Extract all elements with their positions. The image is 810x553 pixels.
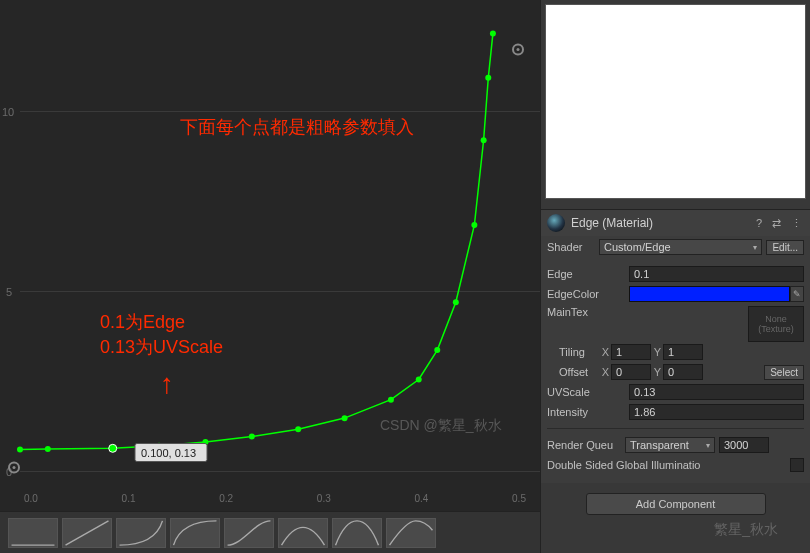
edge-input[interactable] <box>629 266 804 282</box>
x-axis: 0.0 0.1 0.2 0.3 0.4 0.5 <box>0 493 540 511</box>
tiling-x-input[interactable] <box>611 344 651 360</box>
renderqueue-label: Render Queu <box>547 439 625 451</box>
point-tooltip: 0.100, 0.13 <box>135 444 207 462</box>
edit-shader-button[interactable]: Edit... <box>766 240 804 255</box>
curve-keyframe[interactable] <box>434 347 440 353</box>
curve-keyframe[interactable] <box>17 446 23 452</box>
curve-keyframe[interactable] <box>109 444 117 452</box>
offset-x-input[interactable] <box>611 364 651 380</box>
help-icon[interactable]: ? <box>754 217 764 229</box>
curve-keyframe[interactable] <box>416 377 422 383</box>
edgecolor-swatch[interactable] <box>629 286 790 302</box>
curve-keyframe[interactable] <box>485 75 491 81</box>
color-picker-icon[interactable]: ✎ <box>790 286 804 302</box>
x-tick: 0.3 <box>317 493 331 511</box>
curve-editor-panel: 0 5 10 0.100, 0.13 下面每个点都是粗略参数填入 0.1为Edg… <box>0 0 540 553</box>
x-tick: 0.0 <box>24 493 38 511</box>
shader-dropdown[interactable]: Custom/Edge <box>599 239 762 255</box>
curve-keyframe[interactable] <box>453 299 459 305</box>
curve-preset[interactable] <box>332 518 382 548</box>
add-component-button[interactable]: Add Component <box>586 493 766 515</box>
maintex-label: MainTex <box>547 306 629 318</box>
tiling-y-input[interactable] <box>663 344 703 360</box>
select-texture-button[interactable]: Select <box>764 365 804 380</box>
offset-y-input[interactable] <box>663 364 703 380</box>
curve-preset[interactable] <box>62 518 112 548</box>
curve-preset[interactable] <box>170 518 220 548</box>
dsgi-label: Double Sided Global Illuminatio <box>547 459 790 471</box>
material-component: Edge (Material) ? ⇄ ⋮ Shader Custom/Edge… <box>541 209 810 483</box>
curve-preset[interactable] <box>8 518 58 548</box>
dsgi-checkbox[interactable] <box>790 458 804 472</box>
renderqueue-dropdown[interactable]: Transparent <box>625 437 715 453</box>
curve-keyframe[interactable] <box>471 222 477 228</box>
edge-label: Edge <box>547 268 629 280</box>
curve-svg: 0 5 10 0.100, 0.13 <box>0 0 540 493</box>
inspector-panel: Edge (Material) ? ⇄ ⋮ Shader Custom/Edge… <box>540 0 810 553</box>
x-tick: 0.5 <box>512 493 526 511</box>
curve-preset[interactable] <box>116 518 166 548</box>
shader-label: Shader <box>547 241 595 253</box>
x-tick: 0.1 <box>122 493 136 511</box>
material-icon <box>547 214 565 232</box>
svg-text:0.100, 0.13: 0.100, 0.13 <box>141 447 196 459</box>
x-tick: 0.4 <box>414 493 428 511</box>
material-preview[interactable] <box>545 4 806 199</box>
intensity-label: Intensity <box>547 406 629 418</box>
y-label: Y <box>651 346 663 358</box>
curve-keyframe[interactable] <box>45 446 51 452</box>
tiling-label: Tiling <box>547 346 599 358</box>
x-label: X <box>599 346 611 358</box>
intensity-input[interactable] <box>629 404 804 420</box>
curve-keyframe[interactable] <box>388 397 394 403</box>
maintex-slot[interactable]: None (Texture) <box>748 306 804 342</box>
settings-icon[interactable]: ⇄ <box>770 217 783 230</box>
y-tick-1: 5 <box>6 286 12 298</box>
curve-keyframe[interactable] <box>490 31 496 37</box>
svg-point-6 <box>517 48 520 51</box>
uvscale-label: UVScale <box>547 386 629 398</box>
curve-preset[interactable] <box>278 518 328 548</box>
curve-keyframe[interactable] <box>249 434 255 440</box>
curve-keyframe[interactable] <box>342 415 348 421</box>
uvscale-input[interactable] <box>629 384 804 400</box>
offset-label: Offset <box>547 366 599 378</box>
x-tick: 0.2 <box>219 493 233 511</box>
curve-keyframe[interactable] <box>481 137 487 143</box>
svg-point-4 <box>13 466 16 469</box>
menu-icon[interactable]: ⋮ <box>789 217 804 230</box>
gear-icon[interactable] <box>513 45 523 55</box>
edgecolor-label: EdgeColor <box>547 288 629 300</box>
curve-preset-row <box>0 511 540 553</box>
y-tick-2: 10 <box>2 106 14 118</box>
curve-preset[interactable] <box>386 518 436 548</box>
component-title: Edge (Material) <box>571 216 748 230</box>
curve-keyframe[interactable] <box>295 426 301 432</box>
curve-preset[interactable] <box>224 518 274 548</box>
curve-canvas[interactable]: 0 5 10 0.100, 0.13 下面每个点都是粗略参数填入 0.1为Edg… <box>0 0 540 493</box>
component-header[interactable]: Edge (Material) ? ⇄ ⋮ <box>541 210 810 236</box>
renderqueue-input[interactable] <box>719 437 769 453</box>
